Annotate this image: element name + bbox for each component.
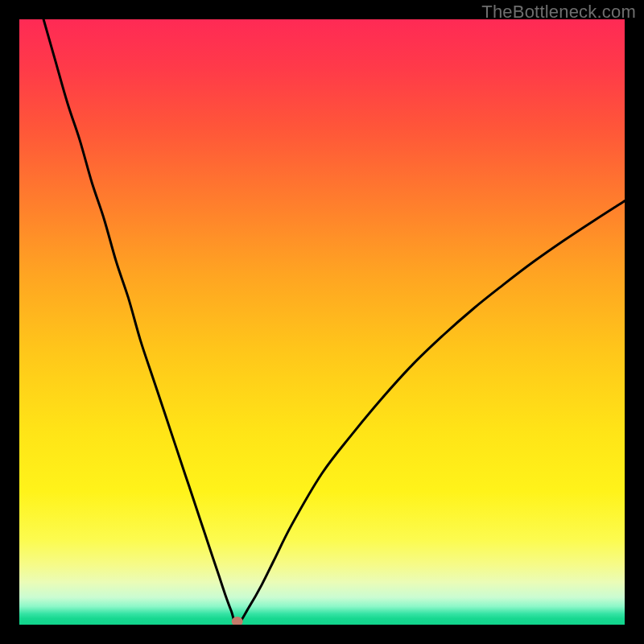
chart-frame: TheBottleneck.com: [0, 0, 644, 644]
chart-plot-area: [19, 19, 625, 625]
watermark-text: TheBottleneck.com: [481, 2, 636, 23]
bottleneck-curve-svg: [19, 19, 625, 625]
bottleneck-curve: [43, 19, 625, 625]
